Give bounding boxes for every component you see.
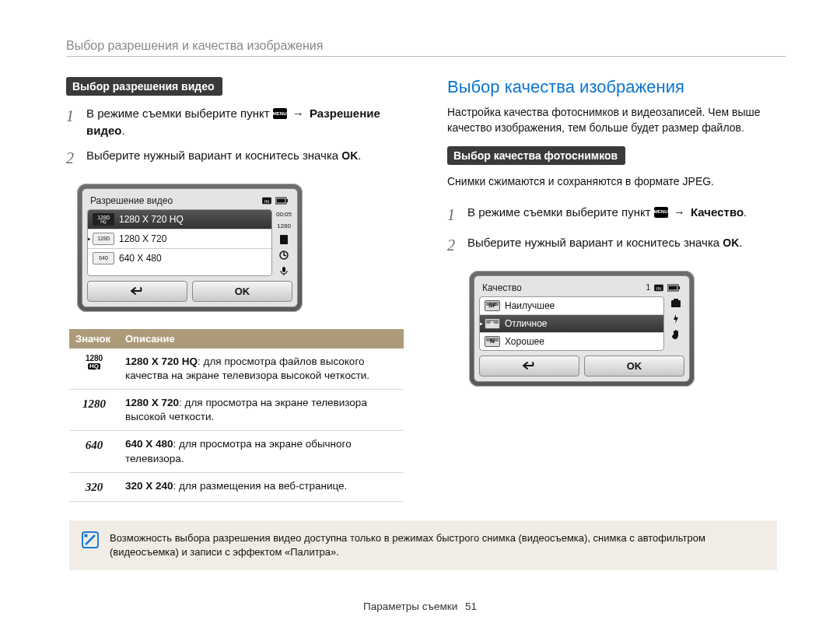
list-item[interactable]: 640 640 X 480 [88,249,271,268]
table-row: 640 640 X 480: для просмотра на экране о… [69,431,404,472]
svg-rect-11 [678,286,680,289]
screen-title: Разрешение видео [90,195,173,206]
photo-mode-icon [670,298,681,309]
back-arrow-icon [521,360,538,371]
dot: . [121,124,124,137]
list-item[interactable]: ▶ 1280 1280 X 720 [88,229,271,249]
ok-button[interactable]: OK [584,356,684,377]
dot: . [358,149,361,162]
battery-icon [667,284,681,292]
camera-screen-video: Разрешение видео IN 1280HQ 1280 X 720 HQ [77,184,303,312]
back-arrow-icon [129,285,146,296]
step-number: 2 [447,234,461,257]
dot: . [739,236,742,249]
step-text: Выберите нужный вариант и коснитесь знач… [86,149,341,162]
note-box: Возможность выбора разрешения видео дост… [69,520,777,570]
footer-page-number: 51 [465,601,477,612]
hand-icon [670,329,681,340]
ok-button[interactable]: OK [192,281,292,302]
screen-title: Качество [482,282,522,293]
quality-chip-icon: SF [485,300,500,311]
svg-text:IN: IN [656,285,661,290]
step-text: Выберите нужный вариант и коснитесь знач… [467,236,723,249]
svg-rect-12 [669,285,677,289]
mic-icon [278,265,289,276]
back-button[interactable] [479,356,579,377]
storage-icon: IN [261,197,272,205]
left-column: Выбор разрешения видео 1 В режиме съемки… [66,77,401,502]
paragraph: Снимки сжимаются и сохраняются в формате… [447,174,782,190]
list-item[interactable]: ▶ F Отличное [480,315,663,333]
list-item-label: 640 X 480 [119,253,162,264]
table-header-desc: Описание [119,329,404,349]
paragraph: Настройка качества фотоснимков и видеоза… [447,105,782,135]
screen-count: 1 [646,283,650,292]
section-label-video-resolution: Выбор разрешения видео [66,77,222,96]
step-number: 1 [66,105,80,139]
step-2: 2 Выберите нужный вариант и коснитесь зн… [66,147,401,170]
menu-icon: MENU [273,108,287,119]
battery-icon [275,197,289,205]
memory-icon [278,234,289,245]
svg-rect-16 [85,534,88,538]
section-label-photo-quality: Выбор качества фотоснимков [447,146,625,165]
flash-icon [670,313,681,324]
list-item-label: Хорошее [505,336,544,347]
step-text: В режиме съемки выберите пункт [467,205,654,219]
list-item-label: Отличное [505,318,548,329]
section-heading-quality: Выбор качества изображения [447,77,782,97]
svg-rect-4 [277,198,285,202]
list-item-label: 1280 X 720 [119,233,166,244]
chevron-right-icon: ▶ [479,319,483,328]
screen-list: SF Наилучшее ▶ F Отличное N Хорошее [479,296,664,351]
svg-rect-7 [282,267,285,272]
header-rule [66,56,786,57]
table-header-icon: Значок [69,329,119,349]
quality-chip-icon: N [485,336,500,347]
page-title: Выбор разрешения и качества изображения [66,39,786,56]
back-button[interactable] [87,281,187,302]
arrow-icon: → [671,205,688,219]
table-row: 320 320 X 240: для размещения на веб-стр… [69,472,404,501]
camera-screen-quality: Качество 1 IN SF Наилучшее [469,271,695,387]
right-column: Выбор качества изображения Настройка кач… [447,77,782,502]
table-row: 1280HQ 1280 X 720 HQ: для просмотра файл… [69,349,404,390]
svg-rect-5 [280,235,288,244]
svg-rect-13 [671,300,681,307]
note-text: Возможность выбора разрешения видео дост… [110,531,765,559]
resolution-table: Значок Описание 1280HQ 1280 X 720 HQ: дл… [69,329,404,503]
step-target: Качество [691,205,744,219]
page-footer: Параметры съемки 51 [0,601,840,612]
screen-time: 00:05 [276,211,292,218]
list-item-label: 1280 X 720 HQ [119,214,184,225]
info-icon [82,531,99,548]
step-number: 2 [66,147,80,170]
arrow-icon: → [290,107,306,120]
screen-side-res: 1280 [277,222,291,229]
svg-text:IN: IN [264,198,269,203]
svg-rect-3 [286,199,288,202]
svg-rect-14 [674,299,678,301]
chevron-right-icon: ▶ [87,234,91,243]
menu-icon: MENU [654,207,668,218]
step-number: 1 [447,204,461,226]
dot: . [744,205,747,219]
footer-section: Параметры съемки [363,601,457,612]
table-row: 1280 1280 X 720: для просмотра на экране… [69,389,404,430]
ok-inline-icon: OK [723,236,739,249]
storage-icon: IN [653,284,664,292]
list-item[interactable]: 1280HQ 1280 X 720 HQ [88,210,271,229]
list-item-label: Наилучшее [505,300,555,311]
quality-chip-icon: F [485,318,500,329]
flash-icon [278,250,289,261]
list-item[interactable]: SF Наилучшее [480,297,663,315]
list-item[interactable]: N Хорошее [480,333,663,350]
step-1: 1 В режиме съемки выберите пункт MENU → … [66,105,401,139]
step-1: 1 В режиме съемки выберите пункт MENU → … [447,204,782,226]
step-text: В режиме съемки выберите пункт [86,107,273,120]
screen-list: 1280HQ 1280 X 720 HQ ▶ 1280 1280 X 720 6… [87,209,272,276]
step-2: 2 Выберите нужный вариант и коснитесь зн… [447,234,782,257]
ok-inline-icon: OK [341,149,358,162]
